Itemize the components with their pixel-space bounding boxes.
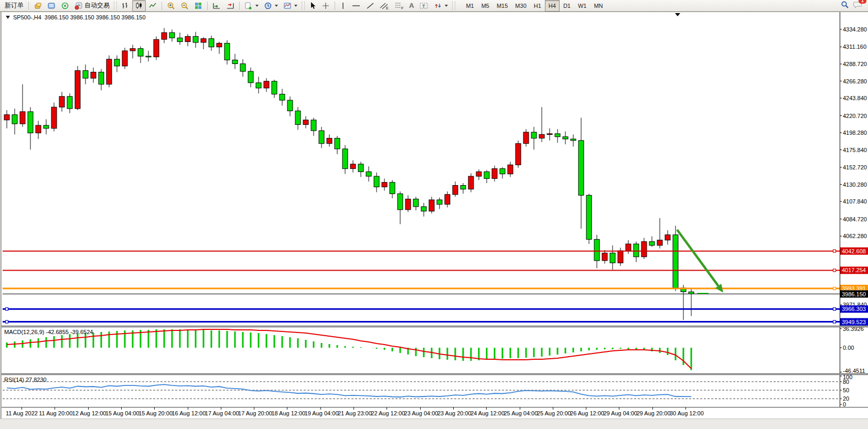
new-order-label: 新订单 (5, 1, 24, 10)
notification-badge: 1 (859, 0, 866, 4)
bar-chart-type-icon[interactable] (119, 0, 132, 12)
time-axis-label: 15 Aug 04:00 (105, 410, 140, 416)
trendline-glyph (366, 2, 374, 10)
candlestick-chart-type-icon[interactable] (132, 0, 146, 12)
time-axis-label: 24 Aug 12:00 (470, 410, 505, 416)
time-axis-tick (387, 407, 387, 410)
zoom-out-icon[interactable] (178, 0, 191, 12)
toolbar-ridge (114, 2, 117, 10)
time-axis-label: 29 Aug 04:00 (603, 410, 637, 416)
time-axis-label: 23 Aug 04:00 (404, 410, 438, 416)
crosshair-tool-icon[interactable] (319, 0, 333, 12)
timeframe-button-M5[interactable]: M5 (478, 0, 493, 12)
svg-text:4288.720: 4288.720 (843, 61, 867, 67)
arrows-tool-glyph (434, 2, 442, 10)
time-axis-tick (188, 407, 188, 410)
time-axis-tick (553, 407, 553, 410)
rsi-pane[interactable]: 1008050200 RSI(14) 27.8230 (2, 375, 868, 407)
time-axis-tick (22, 407, 22, 410)
toolbar-right-group: 1 (841, 1, 866, 11)
timeframe-button-H1[interactable]: H1 (530, 0, 545, 12)
time-axis-label: 26 Aug 12:00 (570, 410, 604, 416)
timeframe-button-W1[interactable]: W1 (574, 0, 591, 12)
auto-scroll-icon[interactable] (210, 0, 223, 12)
svg-text:3966.303: 3966.303 (842, 306, 866, 312)
line-chart-type-icon[interactable] (146, 0, 159, 12)
notifications-chat-icon[interactable]: 1 (853, 1, 863, 11)
text-tool-icon[interactable]: A (406, 0, 416, 12)
add-indicator-button[interactable] (242, 0, 261, 12)
cursor-tool-icon[interactable] (306, 0, 319, 12)
time-axis-label: 25 Aug 20:00 (537, 410, 571, 416)
svg-text:4220.720: 4220.720 (843, 113, 867, 119)
timeframe-button-M15[interactable]: M15 (493, 0, 511, 12)
timeframe-button-D1[interactable]: D1 (560, 0, 574, 12)
new-order-button[interactable]: 新订单 (2, 0, 26, 12)
autotrading-icon (74, 2, 83, 10)
fibonacci-tool-icon[interactable]: F (392, 0, 406, 12)
time-axis-tick (453, 407, 454, 410)
svg-text:4152.720: 4152.720 (843, 164, 867, 170)
signals-icon[interactable] (58, 0, 72, 12)
templates-icon (283, 2, 292, 10)
zoom-in-icon[interactable] (164, 0, 178, 12)
clock-icon (264, 2, 272, 10)
arrows-tool-button[interactable] (431, 0, 451, 12)
chart-shift-marker[interactable] (675, 13, 680, 16)
zoom-in-glyph (167, 2, 175, 10)
market-watch-icon[interactable] (45, 0, 58, 12)
vertical-line-glyph (340, 2, 346, 10)
macd-chart: 36.39260.00-46.4511 (2, 327, 868, 373)
candlestick-chart[interactable]: 4334.2804311.1604288.7204266.2804243.840… (2, 12, 868, 326)
time-axis-tick (88, 407, 89, 410)
fibonacci-glyph: F (394, 2, 404, 10)
time-axis-label: 18 Aug 12:00 (271, 410, 305, 416)
chart-menu-caret-icon[interactable] (6, 16, 10, 19)
templates-button[interactable] (281, 0, 300, 12)
text-label-tool-icon[interactable]: T (416, 0, 431, 12)
svg-text:80: 80 (843, 379, 849, 385)
search-icon[interactable] (841, 1, 849, 11)
autotrading-button[interactable]: 自动交易 (72, 0, 112, 12)
time-axis-label: 12 Aug 12:00 (72, 410, 106, 416)
trendline-tool-icon[interactable] (363, 0, 377, 12)
horizontal-line-tool-icon[interactable] (349, 0, 363, 12)
time-axis-label: 25 Aug 04:00 (504, 410, 538, 416)
periods-button[interactable] (261, 0, 281, 12)
text-label-glyph: T (419, 2, 428, 10)
time-axis-label: 29 Aug 20:00 (637, 410, 671, 416)
timeframe-button-M30[interactable]: M30 (511, 0, 530, 12)
toolbar-separator (207, 2, 208, 10)
time-axis-label: 30 Aug 12:00 (670, 410, 704, 416)
autotrading-label: 自动交易 (84, 1, 110, 10)
price-pane[interactable]: 4334.2804311.1604288.7204266.2804243.840… (2, 12, 868, 326)
rsi-chart: 1008050200 (2, 375, 868, 407)
svg-text:36.3926: 36.3926 (843, 327, 864, 332)
vertical-line-tool-icon[interactable] (337, 0, 349, 12)
tile-windows-icon[interactable] (191, 0, 205, 12)
crosshair-tool-glyph (322, 2, 330, 10)
time-axis[interactable]: 11 Aug 202211 Aug 20:0012 Aug 12:0015 Au… (2, 407, 868, 419)
svg-text:4311.160: 4311.160 (843, 44, 866, 50)
add-indicator-caret (255, 5, 259, 7)
svg-text:4084.720: 4084.720 (843, 216, 867, 222)
time-axis-label: 19 Aug 04:00 (305, 410, 339, 416)
zoom-out-glyph (180, 2, 189, 10)
svg-text:-46.4511: -46.4511 (843, 368, 865, 373)
fibo-tag-text: F (401, 6, 403, 10)
svg-text:4042.608: 4042.608 (842, 248, 866, 254)
tile-windows-glyph (194, 2, 202, 10)
chart-windows-icon[interactable] (31, 0, 45, 12)
timeframe-button-H4[interactable]: H4 (545, 0, 560, 12)
svg-text:4266.280: 4266.280 (843, 78, 867, 84)
cursor-tool-glyph (309, 2, 316, 10)
time-axis-label: 11 Aug 20:00 (39, 410, 72, 416)
macd-pane[interactable]: 36.39260.00-46.4511 MACD(12,26,9) -42.68… (2, 327, 868, 373)
svg-text:4130.280: 4130.280 (843, 181, 867, 188)
chart-shift-icon[interactable] (223, 0, 237, 12)
timeframe-button-M1[interactable]: M1 (462, 0, 477, 12)
channel-tool-icon[interactable]: E (377, 0, 392, 12)
timeframe-button-MN[interactable]: MN (590, 0, 606, 12)
toolbar-separator (162, 2, 162, 10)
svg-text:0.00: 0.00 (843, 345, 854, 351)
